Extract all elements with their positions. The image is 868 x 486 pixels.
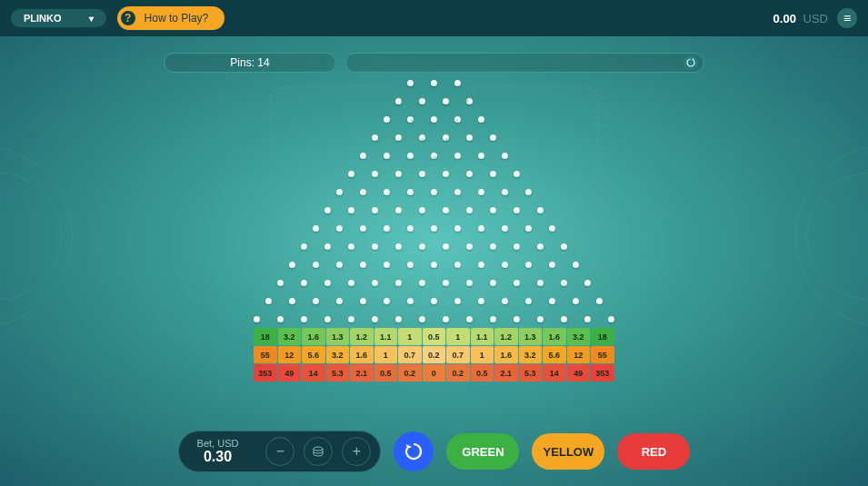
help-icon: ?	[119, 9, 137, 27]
minus-icon: −	[276, 443, 284, 460]
balance-value: 0.00	[773, 12, 796, 25]
peg	[301, 280, 307, 286]
peg	[419, 280, 425, 286]
peg-row	[372, 134, 496, 141]
peg-row	[324, 207, 544, 213]
peg	[443, 280, 449, 286]
peg	[324, 280, 331, 286]
peg	[407, 225, 414, 232]
peg	[395, 134, 402, 141]
game-name: PLINKO	[24, 13, 62, 24]
peg	[478, 116, 484, 123]
peg	[431, 298, 437, 304]
payout-slot: 18	[591, 328, 614, 345]
peg	[443, 316, 449, 322]
peg-row	[254, 316, 614, 322]
peg	[502, 153, 508, 159]
peg-row	[277, 280, 591, 286]
peg	[454, 80, 461, 86]
peg	[384, 262, 390, 268]
peg	[478, 225, 484, 232]
stack-icon	[312, 445, 324, 458]
pins-selector[interactable]: Pins: 14	[164, 53, 336, 73]
peg	[395, 207, 402, 213]
peg	[573, 298, 579, 304]
peg	[277, 316, 284, 322]
payout-slot: 12	[278, 346, 302, 363]
peg	[431, 153, 437, 159]
peg	[537, 280, 544, 286]
payout-row-yellow: 55125.63.21.610.70.20.711.63.25.61255	[254, 346, 614, 363]
how-to-play-button[interactable]: ? How to Play?	[117, 6, 225, 30]
peg	[372, 171, 378, 177]
drop-button[interactable]	[394, 431, 434, 471]
payout-slot: 2.1	[350, 364, 374, 382]
peg	[514, 316, 520, 322]
peg	[336, 225, 343, 232]
peg	[490, 207, 496, 213]
peg	[419, 134, 425, 141]
payout-slot: 0.7	[446, 346, 470, 363]
bet-yellow-button[interactable]: YELLOW	[532, 433, 604, 470]
peg	[360, 189, 366, 195]
peg	[407, 153, 414, 159]
peg	[549, 298, 555, 304]
payout-slot: 14	[302, 364, 325, 382]
peg	[395, 98, 402, 104]
peg	[277, 280, 284, 286]
payout-slot: 0.7	[398, 346, 422, 363]
peg	[384, 225, 390, 232]
history-icon	[683, 55, 698, 70]
bet-plus-button[interactable]: +	[342, 437, 371, 466]
peg	[490, 316, 496, 322]
peg	[324, 316, 331, 322]
payout-slot: 1.2	[350, 328, 374, 345]
peg	[502, 225, 508, 232]
payout-slot: 1.6	[543, 328, 566, 345]
menu-button[interactable]: ≡	[837, 8, 857, 28]
svg-point-0	[314, 447, 323, 451]
peg-row	[407, 80, 461, 86]
peg-row	[301, 243, 567, 250]
peg	[301, 316, 307, 322]
peg	[348, 243, 354, 250]
peg	[324, 243, 331, 250]
peg	[596, 298, 603, 304]
history-bar[interactable]	[345, 53, 704, 73]
peg	[443, 207, 449, 213]
peg-grid	[254, 80, 614, 322]
bet-stack-button[interactable]	[304, 437, 333, 466]
bet-minus-button[interactable]: −	[265, 437, 294, 466]
peg	[490, 134, 496, 141]
payout-slot: 0.2	[446, 364, 470, 382]
pins-label: Pins: 14	[230, 56, 269, 69]
game-select-dropdown[interactable]: PLINKO ▾	[11, 9, 106, 27]
peg	[443, 171, 449, 177]
balance-currency: USD	[803, 12, 828, 25]
payout-slot: 0.5	[423, 328, 446, 345]
peg	[466, 243, 473, 250]
peg	[466, 171, 473, 177]
balance-display: 0.00 USD	[773, 12, 828, 25]
peg-row	[265, 298, 603, 304]
peg	[336, 262, 343, 268]
peg	[549, 262, 555, 268]
peg	[301, 243, 307, 250]
payout-slot: 49	[567, 364, 591, 382]
payout-slot: 0.5	[471, 364, 494, 382]
payout-slot: 18	[254, 328, 277, 345]
bet-green-button[interactable]: GREEN	[446, 433, 519, 470]
peg	[336, 189, 343, 195]
peg	[372, 134, 378, 141]
peg-row	[289, 262, 579, 268]
payout-slot: 5.6	[543, 346, 566, 363]
game-stage: Pins: 14 183.21.61.31.21.110.511.11.21.3…	[0, 36, 868, 422]
peg	[502, 262, 508, 268]
peg	[395, 316, 402, 322]
payout-slot: 1.6	[350, 346, 374, 363]
peg	[419, 171, 425, 177]
peg	[584, 316, 591, 322]
peg	[419, 207, 425, 213]
bet-red-button[interactable]: RED	[617, 433, 690, 470]
payout-slot: 49	[278, 364, 302, 382]
